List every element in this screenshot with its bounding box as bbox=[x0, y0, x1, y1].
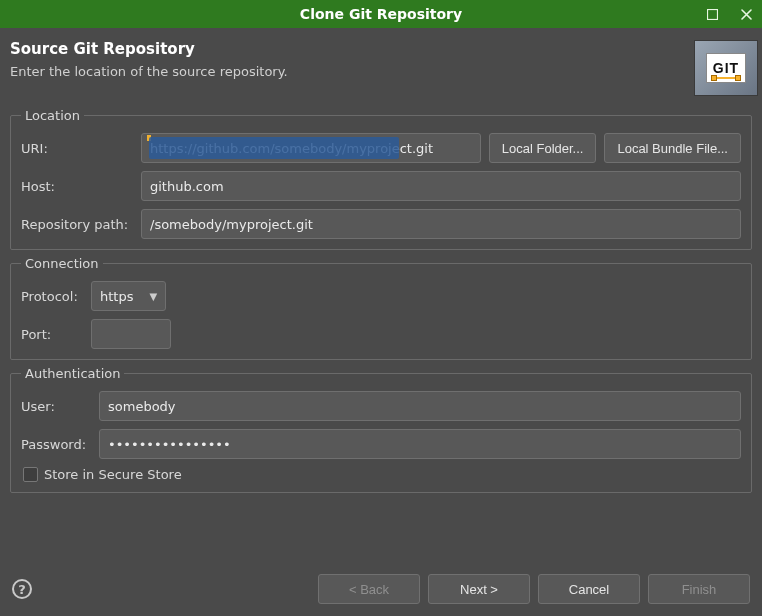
port-label: Port: bbox=[21, 327, 83, 342]
back-button[interactable]: < Back bbox=[318, 574, 420, 604]
next-button[interactable]: Next > bbox=[428, 574, 530, 604]
window-title: Clone Git Repository bbox=[0, 6, 762, 22]
git-icon-label: GIT bbox=[713, 60, 739, 76]
connection-legend: Connection bbox=[21, 256, 103, 271]
port-input[interactable] bbox=[91, 319, 171, 349]
window-close-icon[interactable] bbox=[736, 4, 756, 24]
connection-group: Connection Protocol: https ▼ Port: bbox=[10, 256, 752, 360]
store-secure-label: Store in Secure Store bbox=[44, 467, 182, 482]
help-icon[interactable]: ? bbox=[12, 579, 32, 599]
host-input[interactable] bbox=[141, 171, 741, 201]
window-maximize-icon[interactable] bbox=[702, 4, 722, 24]
git-wizard-icon: GIT bbox=[694, 40, 758, 96]
wizard-footer: ? < Back Next > Cancel Finish bbox=[0, 562, 762, 616]
cancel-button[interactable]: Cancel bbox=[538, 574, 640, 604]
uri-label: URI: bbox=[21, 141, 133, 156]
window-controls bbox=[702, 0, 756, 28]
wizard-header: Source Git Repository Enter the location… bbox=[0, 28, 762, 102]
authentication-group: Authentication User: Password: Store in … bbox=[10, 366, 752, 493]
local-bundle-file-button[interactable]: Local Bundle File... bbox=[604, 133, 741, 163]
user-input[interactable] bbox=[99, 391, 741, 421]
store-secure-checkbox[interactable] bbox=[23, 467, 38, 482]
location-group: Location URI: Local Folder... Local Bund… bbox=[10, 108, 752, 250]
window-titlebar: Clone Git Repository bbox=[0, 0, 762, 28]
protocol-value: https bbox=[100, 289, 133, 304]
authentication-legend: Authentication bbox=[21, 366, 124, 381]
location-legend: Location bbox=[21, 108, 84, 123]
repo-path-input[interactable] bbox=[141, 209, 741, 239]
svg-rect-0 bbox=[707, 9, 717, 19]
local-folder-button[interactable]: Local Folder... bbox=[489, 133, 597, 163]
protocol-select[interactable]: https ▼ bbox=[91, 281, 166, 311]
uri-input[interactable] bbox=[141, 133, 481, 163]
repo-path-label: Repository path: bbox=[21, 217, 133, 232]
password-label: Password: bbox=[21, 437, 91, 452]
protocol-label: Protocol: bbox=[21, 289, 83, 304]
page-title: Source Git Repository bbox=[10, 40, 684, 58]
host-label: Host: bbox=[21, 179, 133, 194]
page-subtitle: Enter the location of the source reposit… bbox=[10, 64, 684, 79]
password-input[interactable] bbox=[99, 429, 741, 459]
user-label: User: bbox=[21, 399, 91, 414]
finish-button[interactable]: Finish bbox=[648, 574, 750, 604]
chevron-down-icon: ▼ bbox=[149, 291, 157, 302]
